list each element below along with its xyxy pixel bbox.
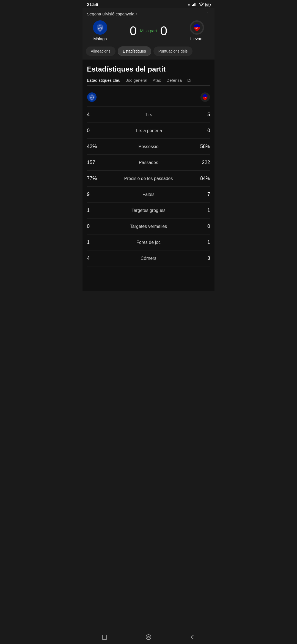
sub-tab-defensa[interactable]: Defensa xyxy=(166,78,182,85)
match-status: Mitja part xyxy=(140,28,157,33)
home-team-logo-small: MCF xyxy=(87,92,97,103)
stat-left-value: 42% xyxy=(87,144,103,149)
tab-puntuacions[interactable]: Puntuacions dels xyxy=(153,47,193,56)
home-team-name: Màlaga xyxy=(93,36,107,41)
stat-label: Targetes grogues xyxy=(103,208,194,213)
stat-left-value: 157 xyxy=(87,160,103,165)
stat-right-value: 5 xyxy=(194,112,210,118)
stat-right-value: 1 xyxy=(194,208,210,213)
svg-rect-1 xyxy=(193,4,194,6)
svg-point-14 xyxy=(146,635,151,640)
status-bar: 21:56 ∗ 64 xyxy=(82,0,215,8)
svg-rect-2 xyxy=(194,3,195,6)
sub-tab-estadistiques-clau[interactable]: Estadístiques clau xyxy=(87,78,120,85)
stat-right-value: 222 xyxy=(194,160,210,165)
nav-square-button[interactable] xyxy=(96,632,113,642)
stat-label: Córners xyxy=(103,256,194,261)
stat-right-value: 3 xyxy=(194,255,210,261)
stat-row: 1 Targetes grogues 1 xyxy=(87,203,210,219)
league-row: Segona Divisió espanyola ⋮ xyxy=(87,10,210,17)
svg-point-15 xyxy=(148,636,149,638)
stat-label: Possessió xyxy=(103,144,194,149)
svg-rect-13 xyxy=(102,635,107,639)
wifi-icon xyxy=(199,2,204,7)
stat-label: Fores de joc xyxy=(103,240,194,245)
stat-right-value: 1 xyxy=(194,239,210,245)
stat-label: Precisió de les passades xyxy=(103,176,194,181)
score-area: 0 Mitja part 0 xyxy=(111,23,186,38)
home-team: MCF Màlaga xyxy=(89,20,111,41)
stat-right-value: 84% xyxy=(194,176,210,181)
stat-left-value: 4 xyxy=(87,112,103,118)
stat-label: Faltes xyxy=(103,192,194,197)
main-tabs: Alineacions Estadístiques Puntuacions de… xyxy=(82,44,215,59)
more-options-icon[interactable]: ⋮ xyxy=(205,10,210,17)
stat-right-value: 0 xyxy=(194,223,210,229)
tab-estadistiques[interactable]: Estadístiques xyxy=(118,47,151,56)
svg-text:UD: UD xyxy=(196,27,198,29)
svg-point-4 xyxy=(201,6,202,6)
signal-icon xyxy=(192,2,197,7)
sub-tab-di[interactable]: Di xyxy=(187,78,191,85)
nav-back-button[interactable] xyxy=(184,632,201,642)
stat-row: 4 Córners 3 xyxy=(87,250,210,266)
home-score: 0 xyxy=(130,23,137,38)
stat-right-value: 0 xyxy=(194,128,210,133)
nav-home-button[interactable] xyxy=(140,632,157,642)
teams-header-row: MCF UD xyxy=(87,90,210,107)
stat-left-value: 77% xyxy=(87,176,103,181)
bottom-nav xyxy=(82,629,215,644)
sub-tab-atac[interactable]: Atac xyxy=(153,78,161,85)
league-name[interactable]: Segona Divisió espanyola xyxy=(87,11,137,16)
stat-left-value: 0 xyxy=(87,128,103,133)
status-time: 21:56 xyxy=(87,2,98,7)
stat-row: 0 Targetes vermelles 0 xyxy=(87,219,210,234)
sub-tab-joc-general[interactable]: Joc general xyxy=(126,78,147,85)
stat-row: 1 Fores de joc 1 xyxy=(87,234,210,250)
battery-icon: 64 xyxy=(205,3,210,7)
svg-text:MCF: MCF xyxy=(98,27,102,29)
sub-tabs: Estadístiques clau Joc general Atac Defe… xyxy=(87,78,210,86)
status-icons: ∗ 64 xyxy=(188,2,210,7)
stat-right-value: 7 xyxy=(194,192,210,197)
stat-label: Tirs xyxy=(103,112,194,117)
svg-rect-0 xyxy=(192,5,193,6)
match-score-row: MCF Màlaga 0 Mitja part 0 UD xyxy=(87,20,210,44)
tab-alineacions[interactable]: Alineacions xyxy=(86,47,116,56)
levante-badge: UD xyxy=(190,20,204,35)
stat-right-value: 58% xyxy=(194,144,210,149)
stat-left-value: 0 xyxy=(87,223,103,229)
stat-row: 77% Precisió de les passades 84% xyxy=(87,171,210,187)
stat-label: Passades xyxy=(103,160,194,165)
stat-left-value: 4 xyxy=(87,255,103,261)
malaga-badge: MCF xyxy=(93,20,107,35)
stat-left-value: 9 xyxy=(87,192,103,197)
away-team-logo-small: UD xyxy=(200,92,210,103)
stat-row: 0 Tirs a porteria 0 xyxy=(87,123,210,139)
main-content: Estadístiques del partit Estadístiques c… xyxy=(82,59,215,291)
stat-label: Tirs a porteria xyxy=(103,128,194,133)
svg-rect-3 xyxy=(196,3,196,6)
stat-row: 42% Possessió 58% xyxy=(87,139,210,155)
stats-list: 4 Tirs 5 0 Tirs a porteria 0 42% Possess… xyxy=(87,107,210,266)
stat-label: Targetes vermelles xyxy=(103,224,194,229)
svg-text:MCF: MCF xyxy=(90,97,94,99)
stat-row: 157 Passades 222 xyxy=(87,155,210,171)
section-title: Estadístiques del partit xyxy=(87,65,210,73)
away-team: UD Llevant xyxy=(186,20,208,41)
match-header: Segona Divisió espanyola ⋮ MCF Màlaga 0 … xyxy=(82,8,215,44)
bluetooth-icon: ∗ xyxy=(188,3,191,7)
stat-row: 4 Tirs 5 xyxy=(87,107,210,123)
stat-left-value: 1 xyxy=(87,208,103,213)
stat-left-value: 1 xyxy=(87,239,103,245)
away-team-name: Llevant xyxy=(190,36,204,41)
stat-row: 9 Faltes 7 xyxy=(87,187,210,203)
away-score: 0 xyxy=(160,23,167,38)
svg-text:UD: UD xyxy=(204,97,206,99)
